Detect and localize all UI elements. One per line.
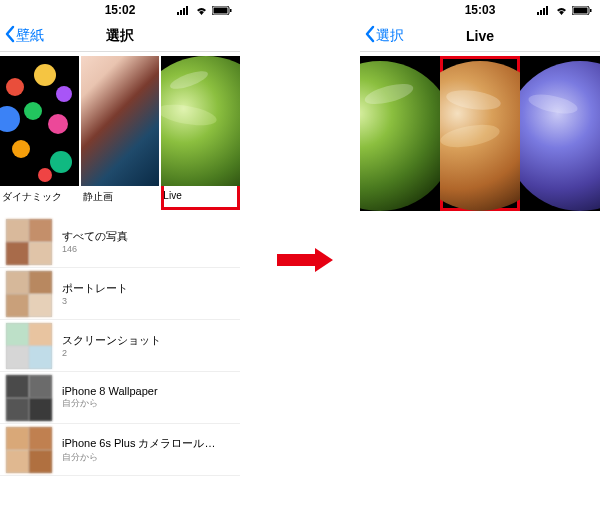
album-name: ポートレート	[62, 281, 128, 296]
category-label: 静止画	[81, 186, 160, 210]
battery-icon	[572, 6, 592, 15]
svg-rect-1	[180, 10, 182, 15]
album-count: 146	[62, 244, 128, 254]
album-name: iPhone 8 Wallpaper	[62, 385, 158, 397]
svg-rect-0	[177, 12, 179, 15]
album-count: 2	[62, 348, 161, 358]
battery-icon	[212, 6, 232, 15]
album-name: すべての写真	[62, 229, 128, 244]
category-still[interactable]: 静止画	[81, 56, 160, 210]
live-item-orange[interactable]	[440, 56, 520, 211]
svg-rect-10	[543, 8, 545, 15]
status-icons	[177, 6, 232, 15]
album-thumb	[6, 375, 52, 421]
album-row[interactable]: iPhone 6s Plus カメラロールのバ…自分から	[0, 424, 240, 476]
status-bar: 15:02	[0, 0, 240, 20]
album-name: スクリーンショット	[62, 333, 161, 348]
album-thumb	[6, 427, 52, 473]
status-time: 15:02	[105, 3, 136, 17]
svg-rect-5	[214, 7, 228, 13]
svg-rect-9	[540, 10, 542, 15]
nav-bar: 壁紙 選択	[0, 20, 240, 52]
live-item-purple[interactable]	[520, 56, 600, 211]
arrow-right-icon	[275, 240, 335, 284]
phone-screen-left: 15:02 壁紙 選択	[0, 0, 240, 519]
album-thumb	[6, 323, 52, 369]
album-name: iPhone 6s Plus カメラロールのバ…	[62, 436, 222, 451]
phone-screen-right: 15:03 選択 Live	[360, 0, 600, 519]
album-row[interactable]: すべての写真146	[0, 216, 240, 268]
status-time: 15:03	[465, 3, 496, 17]
svg-rect-3	[186, 6, 188, 15]
album-thumb	[6, 219, 52, 265]
signal-icon	[537, 6, 551, 15]
category-dynamic[interactable]: ダイナミック	[0, 56, 79, 210]
wifi-icon	[555, 6, 568, 15]
category-label: ダイナミック	[0, 186, 79, 210]
svg-rect-6	[230, 9, 232, 12]
album-row[interactable]: ポートレート3	[0, 268, 240, 320]
album-count: 3	[62, 296, 128, 306]
album-row[interactable]: iPhone 8 Wallpaper自分から	[0, 372, 240, 424]
album-row[interactable]: スクリーンショット2	[0, 320, 240, 372]
wifi-icon	[195, 6, 208, 15]
nav-bar: 選択 Live	[360, 20, 600, 52]
album-count: 自分から	[62, 397, 158, 410]
album-thumb	[6, 271, 52, 317]
svg-rect-8	[537, 12, 539, 15]
nav-title: 選択	[0, 27, 240, 45]
status-bar: 15:03	[360, 0, 600, 20]
category-live[interactable]: Live	[161, 56, 240, 210]
wallpaper-categories: ダイナミック 静止画 Live	[0, 52, 240, 210]
live-item-green[interactable]	[360, 56, 440, 211]
nav-title: Live	[360, 28, 600, 44]
status-icons	[537, 6, 592, 15]
category-label: Live	[161, 186, 240, 207]
svg-rect-14	[590, 9, 592, 12]
category-thumb-dynamic	[0, 56, 79, 186]
svg-rect-13	[574, 7, 588, 13]
signal-icon	[177, 6, 191, 15]
album-count: 自分から	[62, 451, 222, 464]
svg-rect-11	[546, 6, 548, 15]
svg-rect-2	[183, 8, 185, 15]
svg-rect-7	[277, 254, 315, 266]
albums-list: すべての写真146 ポートレート3 スクリーンショット2 iPhone 8 Wa…	[0, 216, 240, 476]
category-thumb-still	[81, 56, 160, 186]
live-wallpapers	[360, 56, 600, 211]
category-thumb-live	[161, 56, 240, 186]
